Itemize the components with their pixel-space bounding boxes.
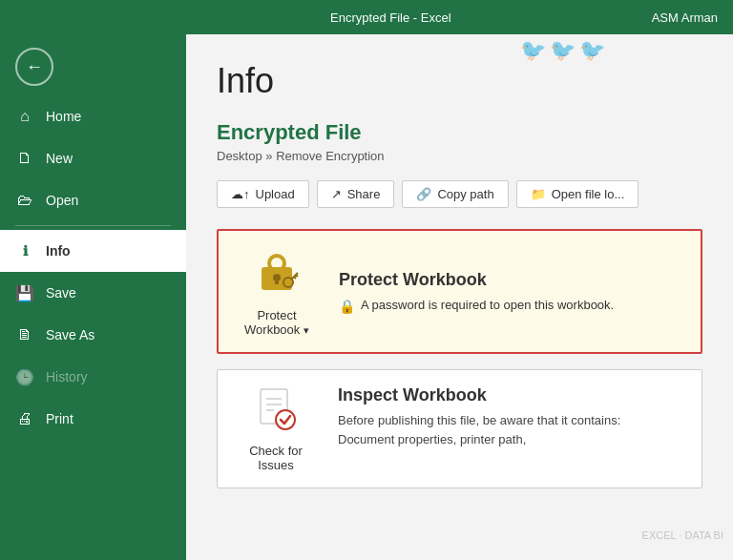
file-name: Encrypted File [217, 120, 702, 145]
sidebar-item-print[interactable]: 🖨 Print [0, 398, 186, 440]
inspect-label: Check for Issues [249, 444, 303, 472]
saveas-icon: 🗎 [15, 326, 34, 343]
inspect-text-area: Inspect Workbook Before publishing this … [338, 385, 686, 448]
protect-workbook-description: A password is required to open this work… [361, 298, 614, 312]
inspect-workbook-icon [253, 385, 299, 440]
protect-desc-icon: 🔒 [339, 299, 355, 314]
file-path: Desktop » Remove Encryption [217, 149, 702, 163]
sidebar-item-saveas[interactable]: 🗎 Save As [0, 314, 186, 356]
sidebar-item-saveas-label: Save As [46, 327, 94, 342]
page-title: Info [217, 61, 702, 101]
copy-path-button[interactable]: 🔗 Copy path [402, 180, 508, 208]
back-button[interactable]: ← [15, 48, 53, 86]
share-label: Share [347, 187, 381, 201]
share-button[interactable]: ↗ Share [317, 180, 395, 208]
new-icon: 🗋 [15, 150, 34, 167]
birds-decoration: 🐦🐦🐦 [520, 38, 609, 63]
top-bar-user: ASM Arman [652, 10, 718, 25]
inspect-workbook-description: Before publishing this file, be aware th… [338, 411, 686, 448]
svg-point-12 [276, 410, 295, 429]
save-icon: 💾 [15, 284, 34, 302]
sidebar-item-new[interactable]: 🗋 New [0, 137, 186, 179]
open-icon: 🗁 [15, 192, 34, 209]
share-icon: ↗ [331, 187, 342, 201]
sidebar-item-new-label: New [46, 151, 73, 166]
sidebar-divider [15, 225, 171, 226]
sidebar-item-open-label: Open [46, 193, 78, 208]
action-buttons-bar: ☁↑ Upload ↗ Share 🔗 Copy path 📁 Open fil… [217, 180, 702, 208]
sidebar-item-history: 🕒 History [0, 356, 186, 398]
top-bar-title: Encrypted File - Excel [130, 10, 652, 25]
print-icon: 🖨 [15, 410, 34, 427]
protect-label: Protect Workbook ▾ [244, 308, 309, 337]
svg-line-7 [294, 277, 296, 279]
sidebar-item-open[interactable]: 🗁 Open [0, 179, 186, 221]
history-icon: 🕒 [15, 368, 34, 386]
sidebar-item-save-label: Save [46, 285, 76, 301]
inspect-workbook-title: Inspect Workbook [338, 385, 686, 405]
content-area: 🐦🐦🐦 Info Encrypted File Desktop » Remove… [186, 34, 733, 560]
open-file-location-button[interactable]: 📁 Open file lo... [516, 180, 639, 208]
sidebar-item-info[interactable]: ℹ Info [0, 230, 186, 272]
home-icon: ⌂ [15, 108, 34, 125]
main-layout: ← ⌂ Home 🗋 New 🗁 Open ℹ Info 💾 Save 🗎 Sa… [0, 34, 733, 560]
copy-path-label: Copy path [437, 187, 493, 201]
sidebar-item-print-label: Print [46, 411, 73, 426]
open-file-location-icon: 📁 [531, 187, 546, 201]
svg-line-6 [296, 275, 298, 277]
sidebar-item-history-label: History [46, 369, 88, 384]
sidebar-item-home[interactable]: ⌂ Home [0, 95, 186, 137]
protect-workbook-title: Protect Workbook [339, 270, 685, 290]
sidebar: ← ⌂ Home 🗋 New 🗁 Open ℹ Info 💾 Save 🗎 Sa… [0, 34, 186, 560]
protect-workbook-card: Protect Workbook ▾ Protect Workbook 🔒 A … [217, 229, 702, 354]
inspect-icon-area: Check for Issues [233, 385, 319, 472]
inspect-workbook-card: Check for Issues Inspect Workbook Before… [217, 369, 702, 488]
info-icon: ℹ [15, 243, 34, 259]
protect-text-area: Protect Workbook 🔒 A password is require… [339, 270, 685, 314]
sidebar-item-info-label: Info [46, 243, 71, 259]
svg-rect-3 [275, 278, 279, 284]
open-file-location-label: Open file lo... [552, 187, 625, 201]
upload-icon: ☁↑ [231, 187, 250, 201]
upload-button[interactable]: ☁↑ Upload [217, 180, 309, 208]
sidebar-item-home-label: Home [46, 109, 81, 124]
protect-workbook-desc: 🔒 A password is required to open this wo… [339, 298, 685, 314]
sidebar-item-save[interactable]: 💾 Save [0, 272, 186, 314]
protect-workbook-icon [252, 246, 302, 302]
protect-icon-area: Protect Workbook ▾ [234, 246, 320, 337]
upload-label: Upload [256, 187, 295, 201]
top-bar: Encrypted File - Excel ASM Arman [0, 0, 733, 34]
copy-path-icon: 🔗 [416, 187, 431, 201]
